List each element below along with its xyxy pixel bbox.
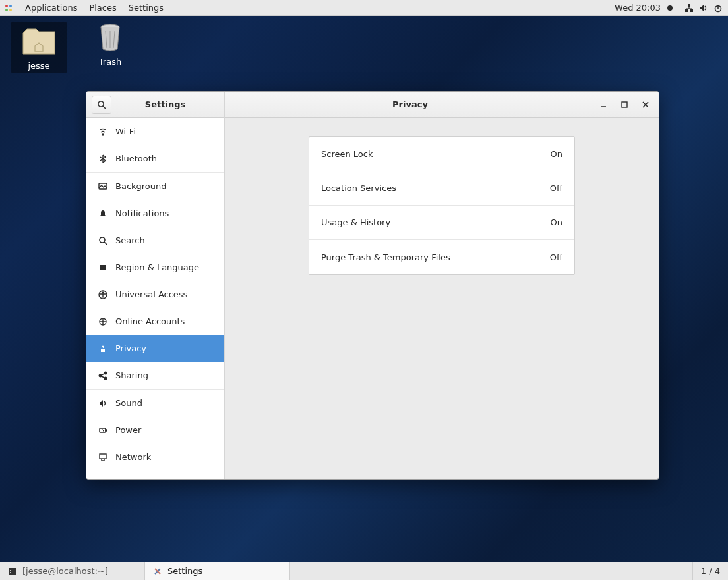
content-header: Privacy <box>225 92 659 118</box>
sidebar-item-label: Wi-Fi <box>115 127 136 136</box>
svg-line-18 <box>104 242 107 245</box>
online-accounts-icon <box>96 317 110 326</box>
sidebar-item-label: Network <box>115 452 151 462</box>
task-terminal[interactable]: [jesse@localhost:~] <box>0 562 145 580</box>
minimize-icon <box>600 102 607 108</box>
record-indicator-icon <box>667 5 673 11</box>
sidebar-item-online-accounts[interactable]: Online Accounts <box>86 308 224 335</box>
row-value: Off <box>550 183 562 193</box>
svg-rect-30 <box>622 102 627 107</box>
svg-rect-19 <box>100 265 106 270</box>
volume-icon[interactable] <box>698 3 710 13</box>
svg-point-1 <box>9 5 12 7</box>
workspace-indicator[interactable]: 1 / 4 <box>692 562 728 580</box>
sidebar-item-label: Search <box>115 235 145 245</box>
svg-point-25 <box>104 377 107 380</box>
power-settings-icon <box>96 426 110 435</box>
task-label: Settings <box>167 566 202 576</box>
sidebar-item-label: Sound <box>115 398 142 408</box>
desktop-icon-home-label: jesse <box>12 61 66 71</box>
svg-point-2 <box>5 9 8 11</box>
sidebar-search-button[interactable] <box>92 96 111 114</box>
privacy-row-location-services[interactable]: Location Services Off <box>309 171 574 206</box>
sidebar-item-notifications[interactable]: Notifications <box>86 200 224 227</box>
task-label: [jesse@localhost:~] <box>22 566 108 576</box>
desktop-icon-trash[interactable]: Trash <box>82 22 138 67</box>
window-close-button[interactable] <box>638 97 653 113</box>
svg-line-14 <box>103 106 106 109</box>
sidebar-item-search[interactable]: Search <box>86 227 224 254</box>
top-panel: Applications Places Settings Wed 20:03 <box>0 0 728 16</box>
svg-point-0 <box>5 5 8 7</box>
wifi-icon <box>96 127 110 136</box>
menu-places[interactable]: Places <box>89 3 116 13</box>
row-value: Off <box>550 252 562 262</box>
sidebar-item-label: Region & Language <box>115 262 199 272</box>
svg-rect-4 <box>688 4 690 7</box>
bluetooth-icon <box>96 154 110 163</box>
row-label: Screen Lock <box>321 149 551 159</box>
sound-icon <box>96 399 110 408</box>
sidebar-item-label: Bluetooth <box>115 154 157 163</box>
sidebar-item-power[interactable]: Power <box>86 417 224 444</box>
sidebar-item-privacy[interactable]: Privacy <box>86 335 224 362</box>
window-maximize-button[interactable] <box>617 97 632 113</box>
bell-icon <box>96 209 110 218</box>
activities-icon[interactable] <box>4 3 13 13</box>
sidebar-item-network[interactable]: Network <box>86 444 224 471</box>
desktop-icon-home[interactable]: jesse <box>11 22 67 73</box>
svg-rect-27 <box>106 430 107 431</box>
network-icon[interactable] <box>683 3 695 13</box>
sidebar-item-bluetooth[interactable]: Bluetooth <box>86 145 224 172</box>
svg-point-13 <box>98 102 104 107</box>
sidebar-item-wifi[interactable]: Wi-Fi <box>86 118 224 145</box>
svg-point-24 <box>99 374 102 377</box>
privacy-row-purge-trash[interactable]: Purge Trash & Temporary Files Off <box>309 240 574 274</box>
privacy-icon <box>96 344 110 353</box>
svg-point-3 <box>9 9 12 11</box>
taskbar: [jesse@localhost:~] Settings 1 / 4 <box>0 562 728 580</box>
sidebar-item-label: Notifications <box>115 208 169 218</box>
svg-point-23 <box>104 372 107 374</box>
search-icon <box>97 100 106 109</box>
clock[interactable]: Wed 20:03 <box>615 3 661 13</box>
svg-rect-33 <box>9 568 16 575</box>
sidebar-item-label: Universal Access <box>115 289 187 299</box>
sidebar-item-label: Power <box>115 425 141 435</box>
sidebar-title: Settings <box>111 100 219 109</box>
privacy-row-usage-history[interactable]: Usage & History On <box>309 206 574 240</box>
trash-icon <box>92 22 129 53</box>
row-label: Usage & History <box>321 218 551 227</box>
sidebar-item-universal-access[interactable]: Universal Access <box>86 281 224 308</box>
power-icon[interactable] <box>712 3 724 13</box>
sidebar-item-sound[interactable]: Sound <box>86 390 224 417</box>
sidebar-item-background[interactable]: Background <box>86 173 224 200</box>
privacy-panel: Screen Lock On Location Services Off Usa… <box>309 136 575 275</box>
svg-point-21 <box>102 292 104 293</box>
region-icon <box>96 263 110 272</box>
settings-window: Settings Wi-Fi Bluetooth Background Noti… <box>86 91 659 480</box>
sidebar-list: Wi-Fi Bluetooth Background Notifications… <box>86 118 224 479</box>
content-body: Screen Lock On Location Services Off Usa… <box>225 118 659 479</box>
row-value: On <box>551 149 562 159</box>
close-icon <box>642 102 649 108</box>
menu-settings[interactable]: Settings <box>129 3 164 13</box>
network-settings-icon <box>96 453 110 462</box>
share-icon <box>96 371 110 380</box>
content-title: Privacy <box>230 100 590 109</box>
task-settings[interactable]: Settings <box>145 562 290 580</box>
sidebar-item-label: Privacy <box>115 343 146 353</box>
accessibility-icon <box>96 290 110 299</box>
sidebar-item-sharing[interactable]: Sharing <box>86 362 224 389</box>
menu-applications[interactable]: Applications <box>25 3 77 13</box>
svg-point-17 <box>100 237 105 243</box>
row-label: Purge Trash & Temporary Files <box>321 252 550 262</box>
home-folder-icon <box>20 26 57 57</box>
sidebar-item-label: Background <box>115 181 167 191</box>
sidebar-item-label: Sharing <box>115 370 148 380</box>
privacy-row-screen-lock[interactable]: Screen Lock On <box>309 137 574 171</box>
background-icon <box>96 182 110 191</box>
sidebar-item-region[interactable]: Region & Language <box>86 254 224 281</box>
svg-rect-28 <box>100 454 106 459</box>
window-minimize-button[interactable] <box>595 97 611 113</box>
